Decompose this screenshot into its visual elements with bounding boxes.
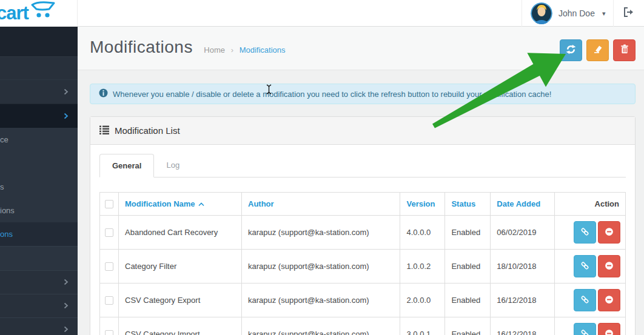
table-row: CSV Category Exportkarapuz (support@ka-s… <box>100 284 626 317</box>
refresh-button[interactable] <box>560 39 582 61</box>
column-label: Author <box>248 199 274 208</box>
sidebar-item-4[interactable] <box>0 270 78 294</box>
link-icon <box>580 329 589 335</box>
mod-link-button[interactable] <box>574 289 596 311</box>
trash-icon <box>620 44 629 56</box>
row-checkbox[interactable] <box>105 262 113 271</box>
cell-date-added: 16/12/2018 <box>491 317 555 335</box>
cell-action <box>555 284 626 317</box>
row-checkbox-cell <box>100 317 119 335</box>
cell-date-added: 06/02/2019 <box>491 216 555 250</box>
column-header-date-added[interactable]: Date Added <box>491 193 555 216</box>
page-toolbar <box>560 39 636 61</box>
sidebar-item-extensions-open[interactable] <box>0 104 78 128</box>
logout-button[interactable] <box>614 0 644 27</box>
mod-link-button[interactable] <box>574 323 596 335</box>
clear-cache-button[interactable] <box>586 39 609 61</box>
chevron-right-icon <box>64 324 69 335</box>
chevron-right-icon <box>64 87 69 98</box>
cell-author: karapuz (support@ka-station.com) <box>242 216 400 250</box>
sidebar-subitem-label: ions <box>0 206 15 215</box>
row-checkbox[interactable] <box>105 228 113 237</box>
chevron-right-icon <box>64 277 69 288</box>
minus-circle-icon <box>605 295 614 306</box>
mod-disable-button[interactable] <box>598 289 620 311</box>
column-header-author[interactable]: Author <box>242 193 400 216</box>
link-icon <box>580 227 589 238</box>
mod-disable-button[interactable] <box>598 323 620 335</box>
row-checkbox[interactable] <box>105 296 113 305</box>
logo-text: cart <box>0 0 29 27</box>
top-header-bar: cart John Doe ▾ <box>0 0 644 27</box>
logo[interactable]: cart <box>0 0 78 27</box>
cell-version: 3.0.0.1 <box>400 317 445 335</box>
sidebar-item-3[interactable] <box>0 246 78 270</box>
mod-link-button[interactable] <box>574 255 596 277</box>
page-header: Modifications Home › Modifications <box>78 27 644 70</box>
alert-text: Whenever you enable / disable or delete … <box>113 90 551 99</box>
cell-date-added: 16/12/2018 <box>491 284 555 317</box>
panel-heading: Modification List <box>90 117 635 145</box>
cell-date-added: 18/10/2018 <box>491 250 555 284</box>
admin-page: cart John Doe ▾ <box>0 0 644 335</box>
sidebar-subitem-label: ons <box>0 230 13 239</box>
sidebar-item-5[interactable] <box>0 294 78 317</box>
sidebar-item-2[interactable] <box>0 79 78 104</box>
table-row: Abandoned Cart Recoverykarapuz (support@… <box>100 216 626 250</box>
list-icon <box>99 125 109 136</box>
info-circle-icon <box>99 88 108 99</box>
cell-version: 1.0.0.2 <box>400 250 445 284</box>
mod-link-button[interactable] <box>574 221 596 244</box>
info-alert: Whenever you enable / disable or delete … <box>90 84 636 104</box>
column-header-status[interactable]: Status <box>445 193 491 216</box>
sidebar-subitem-2[interactable] <box>0 151 78 175</box>
column-label: Version <box>406 199 435 208</box>
mod-disable-button[interactable] <box>598 255 620 277</box>
column-header-version[interactable]: Version <box>400 193 445 216</box>
sidebar-subitem-4[interactable]: ions <box>0 199 78 222</box>
sidebar-subitem-3[interactable]: s <box>0 175 78 199</box>
column-header-modification-name[interactable]: Modification Name <box>119 193 242 216</box>
column-label: Modification Name <box>125 199 195 208</box>
breadcrumb-home-link[interactable]: Home <box>204 45 225 55</box>
user-name: John Doe <box>558 8 595 18</box>
cell-action <box>555 317 626 335</box>
panel-title: Modification List <box>115 125 180 136</box>
modification-table: Modification Name Author Version Status … <box>99 192 626 335</box>
column-label: Date Added <box>497 199 540 208</box>
cell-modification-name: CSV Category Import <box>119 317 242 335</box>
cell-status: Enabled <box>445 250 491 284</box>
sidebar-subitem-label: ce <box>0 135 8 144</box>
sort-asc-icon <box>198 199 204 208</box>
sidebar-item-6[interactable] <box>0 317 78 335</box>
cell-modification-name: CSV Category Export <box>119 284 242 317</box>
breadcrumb-current: Modifications <box>240 45 286 55</box>
tab-general[interactable]: General <box>99 154 154 177</box>
sidebar-nav: ce s ions ons <box>0 27 78 335</box>
cell-status: Enabled <box>445 317 491 335</box>
delete-button[interactable] <box>613 39 636 61</box>
panel-body: General Log Modification Name Author Ver… <box>90 145 635 335</box>
sidebar-subitem-1[interactable]: ce <box>0 128 78 151</box>
sidebar-subitem-label: s <box>0 182 4 191</box>
chevron-right-icon <box>64 300 69 311</box>
tab-log[interactable]: Log <box>154 154 192 177</box>
cell-author: karapuz (support@ka-station.com) <box>242 317 400 335</box>
select-all-checkbox[interactable] <box>105 200 113 208</box>
table-row: Category Filterkarapuz (support@ka-stati… <box>100 250 626 284</box>
link-icon <box>580 261 589 272</box>
row-checkbox[interactable] <box>105 330 113 335</box>
cell-modification-name: Abandoned Cart Recovery <box>119 216 242 250</box>
mod-disable-button[interactable] <box>598 221 620 244</box>
avatar <box>531 2 552 24</box>
sidebar-item-1[interactable] <box>0 56 78 79</box>
user-menu[interactable]: John Doe ▾ <box>522 0 614 27</box>
cell-modification-name: Category Filter <box>119 250 242 284</box>
sidebar-item-modifications-active[interactable]: ons <box>0 222 78 246</box>
row-checkbox-cell <box>100 216 119 250</box>
shopping-cart-icon <box>31 1 56 22</box>
cell-author: karapuz (support@ka-station.com) <box>242 250 400 284</box>
breadcrumb-separator: › <box>231 45 233 55</box>
cell-status: Enabled <box>445 284 491 317</box>
table-row: CSV Category Importkarapuz (support@ka-s… <box>100 317 626 335</box>
